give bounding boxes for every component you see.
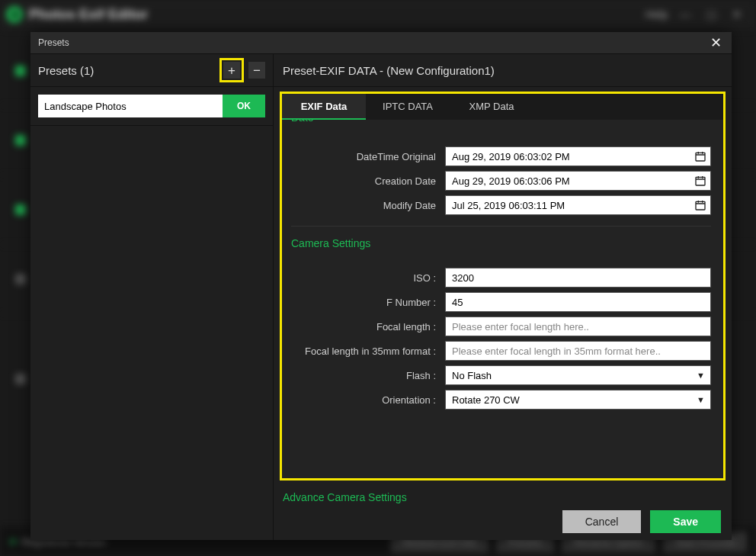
modify-date-field[interactable] <box>445 195 711 215</box>
tabs: EXIF Data IPTC DATA XMP Data <box>282 94 723 120</box>
titlebar: ✦ Photos Exif Editor Help — ▢ ✕ <box>0 0 756 29</box>
label-focal: Focal length : <box>291 321 445 333</box>
bg-check-icon <box>15 274 26 284</box>
tab-exif[interactable]: EXIF Data <box>282 94 366 120</box>
preset-name-input[interactable] <box>38 95 223 117</box>
bg-check-icon <box>15 135 26 146</box>
app-title: Photos Exif Editor <box>29 7 148 23</box>
modal-footer: Cancel Save <box>274 503 732 540</box>
preset-editor: Preset-EXIF DATA - (New Configuration1) … <box>274 54 732 540</box>
section-date: Date <box>291 120 711 124</box>
presets-modal: Presets ✕ Presets (1) + − OK Preset-EXIF… <box>30 32 732 540</box>
cancel-button[interactable]: Cancel <box>562 510 642 533</box>
form-highlight: EXIF Data IPTC DATA XMP Data Date DateTi… <box>280 92 726 480</box>
modal-title-text: Presets <box>38 37 69 48</box>
label-flash: Flash : <box>291 370 445 381</box>
iso-field[interactable] <box>445 268 711 288</box>
close-app-icon[interactable]: ✕ <box>724 3 750 26</box>
minimize-icon[interactable]: — <box>672 3 698 26</box>
label-modify-date: Modify Date <box>291 200 445 211</box>
presets-count-label: Presets (1) <box>38 64 94 77</box>
preset-editor-title: Preset-EXIF DATA - (New Configuration1) <box>274 54 732 87</box>
presets-sidebar: Presets (1) + − OK <box>30 54 274 540</box>
label-creation-date: Creation Date <box>291 175 445 187</box>
tab-iptc[interactable]: IPTC DATA <box>366 94 450 120</box>
close-icon[interactable]: ✕ <box>707 34 724 51</box>
bg-check-icon <box>15 66 26 76</box>
app-logo-icon: ✦ <box>6 6 23 23</box>
label-fnumber: F Number : <box>291 297 445 308</box>
orientation-select[interactable] <box>445 390 711 410</box>
label-datetime-original: DateTime Original <box>291 151 445 162</box>
modal-titlebar: Presets ✕ <box>30 32 732 54</box>
focal-length-field[interactable] <box>445 317 711 336</box>
focal-35mm-field[interactable] <box>445 341 711 361</box>
fnumber-field[interactable] <box>445 292 711 312</box>
creation-date-field[interactable] <box>445 171 711 191</box>
label-focal35: Focal length in 35mm format : <box>291 345 445 357</box>
maximize-icon[interactable]: ▢ <box>698 3 724 26</box>
bg-check-icon <box>15 204 26 215</box>
label-iso: ISO : <box>291 272 445 284</box>
tab-xmp[interactable]: XMP Data <box>450 94 533 120</box>
remove-preset-button[interactable]: − <box>248 62 265 79</box>
bg-check-icon <box>15 374 26 384</box>
datetime-original-field[interactable] <box>445 146 711 166</box>
ok-button[interactable]: OK <box>223 95 265 117</box>
add-preset-button[interactable]: + <box>223 62 240 79</box>
save-button[interactable]: Save <box>650 510 721 533</box>
section-advance: Advance Camera Settings <box>283 491 732 503</box>
add-preset-highlight: + <box>219 58 244 82</box>
label-orientation: Orientation : <box>291 394 445 406</box>
help-menu[interactable]: Help <box>645 8 668 21</box>
flash-select[interactable] <box>445 365 711 385</box>
section-camera: Camera Settings <box>291 237 711 249</box>
